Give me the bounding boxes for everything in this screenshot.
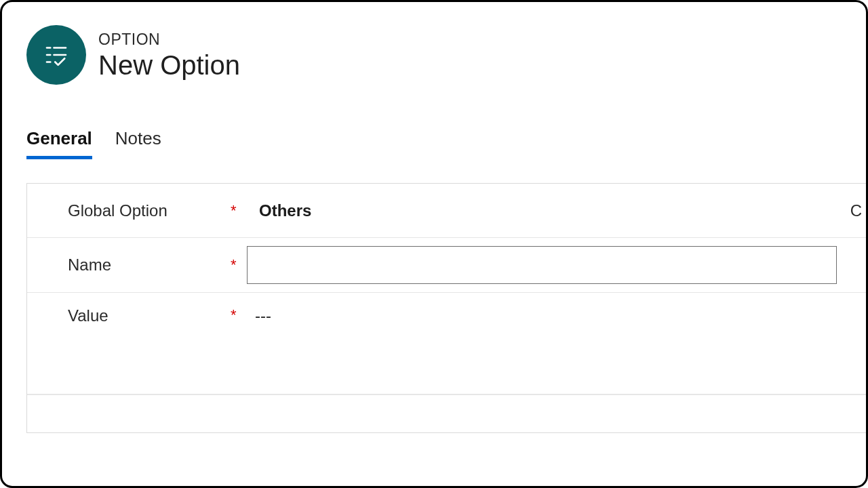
tab-notes[interactable]: Notes	[115, 128, 161, 159]
name-input[interactable]	[247, 246, 837, 284]
row-value: Value * ---	[27, 293, 866, 394]
dialog-frame: OPTION New Option General Notes Global O…	[0, 0, 868, 488]
value-label: Value	[68, 304, 231, 325]
required-indicator: *	[231, 202, 247, 220]
required-indicator: *	[231, 304, 247, 324]
page-header: OPTION New Option	[2, 2, 866, 85]
value-display[interactable]: ---	[247, 304, 271, 325]
global-option-value[interactable]: Others	[247, 201, 311, 220]
name-label: Name	[68, 256, 231, 274]
entity-type-label: OPTION	[98, 30, 240, 49]
form-spacer	[27, 394, 866, 432]
tab-bar: General Notes	[2, 128, 866, 159]
global-option-label: Global Option	[68, 201, 231, 220]
header-text-block: OPTION New Option	[98, 30, 240, 80]
row-global-option: Global Option * Others C	[27, 184, 866, 238]
lookup-icon[interactable]: C	[850, 201, 862, 220]
option-entity-icon	[26, 25, 86, 85]
tab-general[interactable]: General	[26, 128, 92, 159]
row-name: Name *	[27, 238, 866, 293]
form-panel: Global Option * Others C Name * Value * …	[26, 183, 866, 433]
required-indicator: *	[231, 256, 247, 274]
page-title: New Option	[98, 50, 240, 80]
